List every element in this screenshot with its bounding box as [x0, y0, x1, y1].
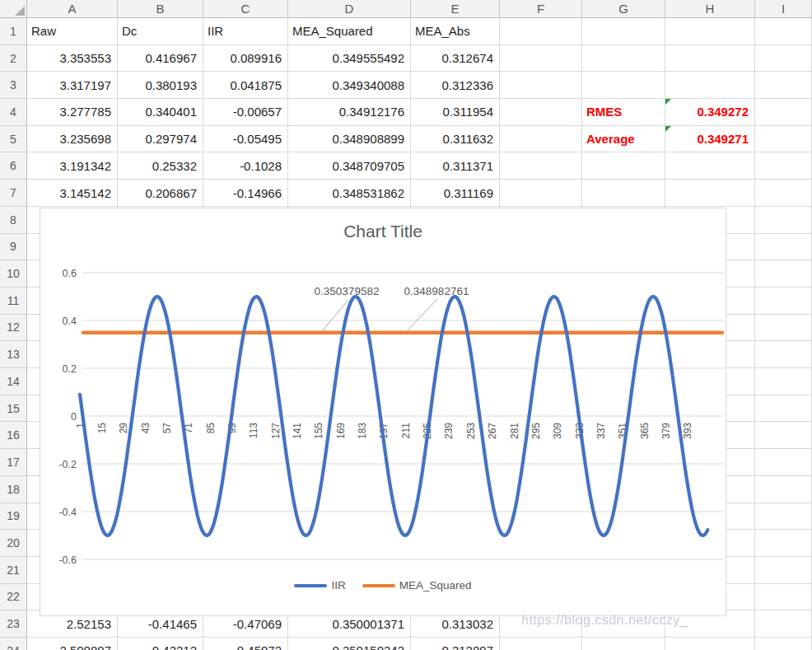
y-axis-tick-label[interactable]: 0.2 [63, 363, 77, 375]
cell-C1[interactable]: IIR [203, 18, 287, 44]
x-axis-tick-label[interactable]: 337 [595, 423, 607, 439]
row-header-3[interactable]: 3 [0, 72, 27, 99]
cell-D1[interactable]: MEA_Squared [288, 18, 410, 44]
cell-E24[interactable]: 0.312897 [411, 638, 499, 650]
data-label[interactable]: 0.350379582 [315, 285, 380, 297]
x-axis-tick-label[interactable]: 393 [682, 423, 693, 439]
cell-B5[interactable]: 0.297974 [118, 126, 203, 152]
cell-A3[interactable]: 3.317197 [27, 72, 117, 98]
column-header-E[interactable]: E [411, 0, 500, 18]
column-header-I[interactable]: I [755, 0, 812, 18]
y-axis-tick-label[interactable]: -0.6 [58, 554, 77, 566]
row-header-24[interactable]: 24 [0, 638, 27, 650]
row-header-23[interactable]: 23 [0, 610, 27, 638]
cell-C7[interactable]: -0.14966 [203, 180, 287, 206]
row-header-18[interactable]: 18 [0, 476, 27, 503]
cell-B2[interactable]: 0.416967 [118, 45, 203, 72]
x-axis-tick-label[interactable]: 169 [335, 423, 347, 439]
cell-H5[interactable]: 0.349271 [665, 126, 754, 152]
row-header-16[interactable]: 16 [0, 422, 27, 449]
chart-title[interactable]: Chart Title [40, 222, 726, 241]
column-header-D[interactable]: D [288, 0, 411, 18]
cell-E3[interactable]: 0.312336 [411, 72, 499, 98]
cell-H4[interactable]: 0.349272 [665, 99, 754, 125]
chart-legend[interactable]: IIR MEA_Squared [40, 579, 726, 592]
x-axis-tick-label[interactable]: 239 [443, 423, 455, 439]
x-axis-tick-label[interactable]: 267 [487, 423, 498, 439]
cell-C2[interactable]: 0.089916 [203, 45, 287, 72]
cell-B7[interactable]: 0.206867 [118, 180, 203, 206]
x-axis-tick-label[interactable]: 365 [639, 423, 651, 439]
cell-C4[interactable]: -0.00657 [203, 99, 287, 125]
cell-D3[interactable]: 0.349340088 [288, 72, 410, 98]
cell-B6[interactable]: 0.25332 [118, 152, 203, 179]
row-header-1[interactable]: 1 [0, 18, 27, 45]
cell-E1[interactable]: MEA_Abs [411, 18, 499, 44]
embedded-chart[interactable]: Chart Title 0.60.40.20-0.2-0.4-0.6115294… [40, 208, 726, 616]
cell-G5[interactable]: Average [582, 126, 665, 152]
cell-B3[interactable]: 0.380193 [118, 72, 203, 98]
x-axis-tick-label[interactable]: 183 [357, 423, 368, 439]
cell-B24[interactable]: -0.43212 [118, 638, 203, 650]
cell-D24[interactable]: 0.350150343 [288, 638, 410, 650]
y-axis-tick-label[interactable]: 0 [71, 411, 77, 423]
column-header-A[interactable]: A [27, 0, 118, 18]
row-header-4[interactable]: 4 [0, 99, 27, 126]
cell-E5[interactable]: 0.311632 [411, 126, 499, 152]
legend-item-mea-squared[interactable]: MEA_Squared [362, 579, 472, 592]
row-header-14[interactable]: 14 [0, 368, 27, 395]
cell-E2[interactable]: 0.312674 [411, 45, 499, 72]
row-header-12[interactable]: 12 [0, 315, 27, 342]
x-axis-tick-label[interactable]: 15 [96, 423, 108, 434]
cell-A4[interactable]: 3.277785 [27, 99, 117, 125]
x-axis-tick-label[interactable]: 29 [118, 423, 129, 434]
cell-B4[interactable]: 0.340401 [118, 99, 203, 125]
row-header-7[interactable]: 7 [0, 180, 27, 207]
cell-D6[interactable]: 0.348709705 [288, 152, 410, 179]
cell-B1[interactable]: Dc [118, 18, 203, 44]
row-header-11[interactable]: 11 [0, 288, 27, 315]
y-axis-tick-label[interactable]: -0.4 [58, 507, 77, 518]
cell-A6[interactable]: 3.191342 [27, 152, 117, 179]
cell-E7[interactable]: 0.311169 [411, 180, 499, 206]
x-axis-tick-label[interactable]: 113 [248, 423, 259, 438]
x-axis-tick-label[interactable]: 379 [660, 423, 672, 439]
legend-item-iir[interactable]: IIR [294, 579, 345, 592]
x-axis-tick-label[interactable]: 309 [552, 423, 563, 439]
cell-G4[interactable]: RMES [582, 99, 665, 125]
cell-E4[interactable]: 0.311954 [411, 99, 499, 125]
row-header-17[interactable]: 17 [0, 449, 27, 476]
column-header-F[interactable]: F [500, 0, 582, 18]
x-axis-tick-label[interactable]: 281 [509, 423, 520, 439]
cell-A7[interactable]: 3.145142 [27, 180, 117, 206]
row-header-21[interactable]: 21 [0, 557, 27, 584]
row-header-5[interactable]: 5 [0, 126, 27, 153]
y-axis-tick-label[interactable]: 0.6 [63, 268, 77, 279]
data-label[interactable]: 0.348982761 [404, 285, 469, 297]
row-header-22[interactable]: 22 [0, 584, 27, 611]
x-axis-tick-label[interactable]: 141 [292, 423, 303, 439]
cell-D7[interactable]: 0.348531862 [288, 180, 410, 206]
cell-A2[interactable]: 3.353553 [27, 45, 117, 72]
x-axis-tick-label[interactable]: 127 [270, 423, 282, 439]
cell-D4[interactable]: 0.34912176 [288, 99, 410, 125]
column-header-B[interactable]: B [118, 0, 203, 18]
row-header-2[interactable]: 2 [0, 45, 27, 72]
cell-A5[interactable]: 3.235698 [27, 126, 117, 152]
x-axis-tick-label[interactable]: 295 [530, 423, 542, 439]
column-header-H[interactable]: H [665, 0, 755, 18]
y-axis-tick-label[interactable]: 0.4 [63, 316, 77, 327]
cell-C6[interactable]: -0.1028 [203, 152, 287, 179]
row-header-20[interactable]: 20 [0, 530, 27, 557]
row-header-13[interactable]: 13 [0, 341, 27, 368]
x-axis-tick-label[interactable]: 85 [205, 423, 217, 434]
cell-E6[interactable]: 0.311371 [411, 152, 499, 179]
cell-D2[interactable]: 0.349555492 [288, 45, 410, 72]
x-axis-tick-label[interactable]: 57 [161, 423, 173, 434]
select-all-corner[interactable] [0, 0, 27, 18]
cell-C24[interactable]: -0.45972 [203, 638, 287, 650]
x-axis-tick-label[interactable]: 43 [140, 423, 152, 434]
column-header-C[interactable]: C [203, 0, 288, 18]
row-header-6[interactable]: 6 [0, 152, 27, 180]
row-header-9[interactable]: 9 [0, 234, 27, 261]
